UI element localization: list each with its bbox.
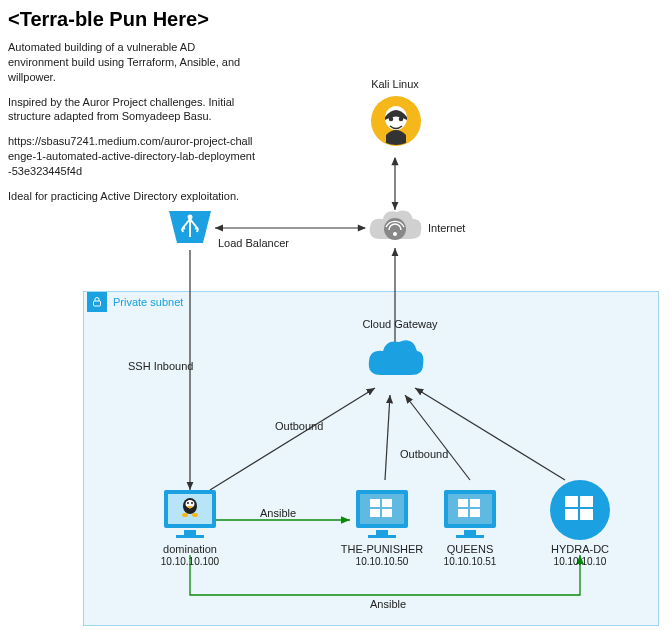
svg-point-25 bbox=[191, 502, 193, 504]
private-subnet-header: Private subnet bbox=[83, 291, 183, 313]
svg-rect-30 bbox=[376, 530, 388, 535]
hydra-ip: 10.10.10.10 bbox=[548, 556, 612, 567]
svg-rect-20 bbox=[184, 530, 196, 535]
svg-rect-21 bbox=[176, 535, 204, 538]
gateway-icon bbox=[365, 335, 427, 387]
svg-rect-40 bbox=[458, 499, 468, 507]
svg-rect-35 bbox=[382, 509, 392, 517]
svg-rect-48 bbox=[580, 509, 593, 520]
gateway-label: Cloud Gateway bbox=[360, 318, 440, 330]
domination-ip: 10.10.10.100 bbox=[158, 556, 222, 567]
svg-rect-41 bbox=[470, 499, 480, 507]
svg-point-15 bbox=[393, 232, 397, 236]
ansible1-label: Ansible bbox=[260, 507, 296, 519]
svg-point-24 bbox=[187, 502, 189, 504]
kali-icon bbox=[370, 95, 422, 151]
punisher-ip: 10.10.10.50 bbox=[350, 556, 414, 567]
loadbalancer-label: Load Balancer bbox=[218, 237, 289, 249]
svg-point-13 bbox=[399, 117, 404, 122]
svg-point-26 bbox=[182, 513, 188, 517]
svg-rect-42 bbox=[458, 509, 468, 517]
queens-icon bbox=[438, 486, 502, 546]
svg-point-17 bbox=[188, 215, 193, 220]
svg-rect-32 bbox=[370, 499, 380, 507]
queens-name: QUEENS bbox=[438, 543, 502, 555]
svg-rect-33 bbox=[382, 499, 392, 507]
internet-icon bbox=[365, 207, 425, 253]
svg-rect-45 bbox=[565, 496, 578, 507]
svg-rect-43 bbox=[470, 509, 480, 517]
outbound2-label: Outbound bbox=[400, 448, 448, 460]
loadbalancer-icon bbox=[165, 207, 215, 253]
desc-p4: Ideal for practicing Active Directory ex… bbox=[8, 189, 258, 204]
queens-ip: 10.10.10.51 bbox=[438, 556, 502, 567]
lock-icon bbox=[87, 292, 107, 312]
svg-rect-39 bbox=[456, 535, 484, 538]
description-block: Automated building of a vulnerable AD en… bbox=[8, 40, 258, 214]
ssh-inbound-label: SSH Inbound bbox=[128, 360, 193, 372]
svg-rect-47 bbox=[565, 509, 578, 520]
domination-icon bbox=[158, 486, 222, 546]
desc-p3: https://sbasu7241.medium.com/auror-proje… bbox=[8, 134, 258, 179]
internet-label: Internet bbox=[428, 222, 465, 234]
svg-rect-38 bbox=[464, 530, 476, 535]
domination-name: domination bbox=[158, 543, 222, 555]
kali-label: Kali Linux bbox=[365, 78, 425, 90]
svg-point-27 bbox=[192, 513, 198, 517]
desc-p1: Automated building of a vulnerable AD en… bbox=[8, 40, 258, 85]
punisher-name: THE-PUNISHER bbox=[340, 543, 424, 555]
svg-point-12 bbox=[389, 117, 394, 122]
private-subnet-label: Private subnet bbox=[113, 296, 183, 308]
svg-rect-34 bbox=[370, 509, 380, 517]
outbound1-label: Outbound bbox=[275, 420, 323, 432]
svg-rect-46 bbox=[580, 496, 593, 507]
svg-rect-31 bbox=[368, 535, 396, 538]
ansible2-label: Ansible bbox=[370, 598, 406, 610]
hydra-name: HYDRA-DC bbox=[548, 543, 612, 555]
hydra-icon bbox=[548, 478, 612, 546]
desc-p2: Inspired by the Auror Project challenges… bbox=[8, 95, 258, 125]
punisher-icon bbox=[350, 486, 414, 546]
svg-rect-0 bbox=[94, 301, 101, 306]
page-title: <Terra-ble Pun Here> bbox=[8, 8, 209, 31]
